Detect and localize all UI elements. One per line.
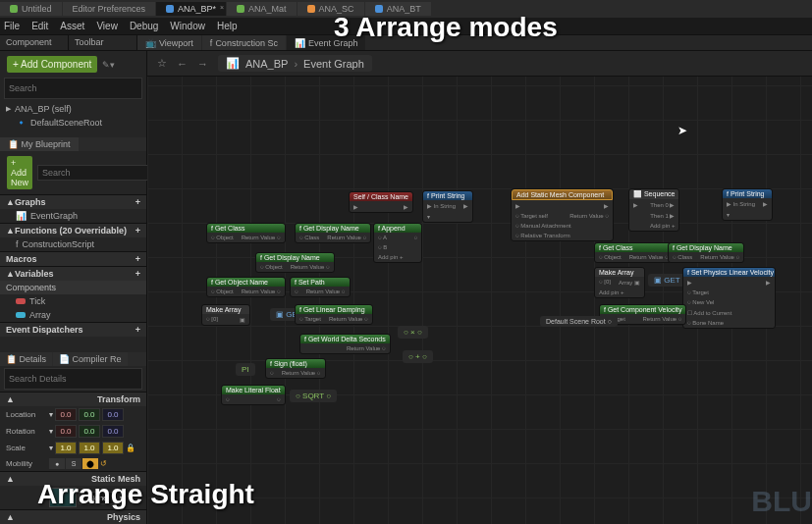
variable-tick[interactable]: Tick (0, 294, 146, 308)
components-tab[interactable]: Component (0, 35, 69, 50)
node-add[interactable]: ○ + ○ (403, 350, 433, 363)
reset-icon[interactable]: ↺ (100, 459, 107, 468)
node-append[interactable]: f Append○ A○○ BAdd pin + (373, 223, 422, 263)
node-mul[interactable]: ○ × ○ (398, 326, 428, 339)
node-get-linear-damping[interactable]: f Get Linear Damping○ TargetReturn Value… (295, 304, 373, 325)
section-functions[interactable]: ▲Functions (20 Overridable)+ (0, 223, 146, 237)
menu-file[interactable]: File (4, 21, 20, 31)
node-get-class-2[interactable]: f Get Class○ ObjectReturn Value ○ (594, 242, 674, 263)
tab-ana-bp[interactable]: ANA_BP*× (156, 2, 226, 16)
node-sign-float[interactable]: f Sign (float)○Return Value ○ (265, 358, 326, 379)
node-get-display-name-3[interactable]: f Get Display Name○ ClassReturn Value ○ (668, 242, 744, 263)
menu-window[interactable]: Window (170, 21, 205, 31)
add-dispatcher-icon[interactable]: + (135, 325, 140, 335)
menu-edit[interactable]: Edit (31, 21, 48, 31)
cursor-icon: ➤ (677, 124, 687, 137)
overlay-title: 3 Arrange modes (334, 12, 558, 43)
node-get-class[interactable]: f Get Class○ ObjectReturn Value ○ (206, 223, 286, 243)
my-blueprint-tab[interactable]: 📋 My Blueprint (0, 137, 79, 151)
section-variables[interactable]: ▲Variables+ (0, 266, 146, 281)
node-make-array-2[interactable]: Make Array○ [0]Array ▣Add pin + (594, 267, 645, 298)
node-pi[interactable]: PI (236, 363, 255, 376)
function-construction[interactable]: f ConstructionScript (0, 237, 146, 251)
level-icon (10, 5, 18, 13)
nav-back-icon[interactable]: ← (177, 58, 188, 70)
tab-ana-mat[interactable]: ANA_Mat (227, 2, 297, 16)
menu-help[interactable]: Help (217, 21, 238, 31)
blueprint-icon (166, 5, 174, 13)
tab-untitled[interactable]: Untitled (0, 2, 62, 16)
add-graph-icon[interactable]: + (135, 197, 140, 207)
mobility-row: Mobility ● S ⬤ ↺ (0, 456, 146, 471)
details-tab[interactable]: 📋 Details (0, 352, 52, 366)
node-make-array-1[interactable]: Make Array○ [0]▣ (201, 304, 250, 326)
rotation-row: Rotation▾0.00.00.0 (0, 423, 146, 440)
variable-array[interactable]: Array (0, 308, 146, 322)
hierarchy-root[interactable]: ▶ANA_BP (self) (0, 102, 146, 116)
nav-forward-icon[interactable]: → (197, 58, 208, 70)
watermark: BLU (751, 485, 812, 518)
section-graphs[interactable]: ▲Graphs+ (0, 194, 146, 209)
section-macros[interactable]: Macros+ (0, 251, 146, 266)
menu-debug[interactable]: Debug (130, 21, 158, 31)
favorite-icon[interactable]: ☆ (157, 57, 167, 70)
edit-icon[interactable]: ✎▾ (102, 60, 115, 70)
menu-asset[interactable]: Asset (60, 21, 84, 31)
soundcue-icon (307, 5, 315, 13)
toolbar-tab[interactable]: Toolbar (69, 35, 137, 50)
mobility-static[interactable]: ● (49, 458, 65, 469)
node-self-class[interactable]: Self / Class Name▶▶ (349, 191, 413, 213)
tab-editor-prefs[interactable]: Editor Preferences (63, 2, 156, 16)
graph-eventgraph[interactable]: 📊 EventGraph (0, 209, 146, 223)
node-get-object-name[interactable]: f Get Object Name○ ObjectReturn Value ○ (206, 277, 286, 297)
myblueprint-search[interactable] (37, 165, 157, 181)
transform-header[interactable]: ▲Transform (0, 392, 146, 406)
node-get-display-name-1[interactable]: f Get Display Name○ ClassReturn Value ○ (295, 223, 371, 243)
compiler-results-tab[interactable]: 📄 Compiler Re (53, 352, 128, 366)
node-sqrt[interactable]: ○ SQRT ○ (290, 390, 337, 402)
scale-row: Scale▾1.01.01.0🔒 (0, 440, 146, 456)
node-default-scene-root[interactable]: Default Scene Root ○ (540, 316, 618, 327)
construction-tab[interactable]: f Construction Sc (202, 35, 286, 50)
add-component-button[interactable]: + Add Component (7, 56, 97, 73)
add-new-button[interactable]: + Add New (7, 156, 32, 189)
node-set-physics-linear[interactable]: f Set Physics Linear Velocity▶▶○ Target○… (682, 267, 776, 329)
mobility-movable[interactable]: ⬤ (82, 458, 98, 469)
node-print-string-2[interactable]: f Print String▶ In String▶▾ (722, 188, 773, 221)
add-function-icon[interactable]: + (135, 226, 140, 236)
node-sequence[interactable]: ⬜ Sequence▶Then 0 ▶Then 1 ▶Add pin + (628, 188, 679, 232)
mobility-stationary[interactable]: S (66, 458, 81, 469)
node-get-display-name-2[interactable]: f Get Display Name○ ObjectReturn Value ○ (255, 252, 335, 273)
add-macro-icon[interactable]: + (135, 254, 140, 264)
graph-toolbar: ☆ ← → 📊 ANA_BP › Event Graph (147, 51, 812, 77)
overlay-subtitle: Arrange Straight (37, 479, 254, 510)
node-add-static-mesh[interactable]: Add Static Mesh Component▶▶○ Target self… (511, 188, 614, 241)
node-get-world-delta[interactable]: f Get World Delta SecondsReturn Value ○ (299, 334, 391, 354)
component-search[interactable] (4, 78, 142, 99)
material-icon (237, 5, 244, 13)
details-search[interactable] (4, 368, 142, 390)
node-set-path[interactable]: f Set Path○Return Value ○ (290, 277, 351, 297)
left-panel: + Add Component ✎▾ ▶ANA_BP (self) 🔹 Defa… (0, 51, 147, 524)
hierarchy-defaultsceneroot[interactable]: 🔹 DefaultSceneRoot (0, 116, 146, 130)
section-dispatchers[interactable]: Event Dispatchers+ (0, 322, 146, 337)
variables-components[interactable]: Components (0, 281, 146, 294)
add-variable-icon[interactable]: + (135, 269, 140, 279)
location-row: Location▾0.00.00.0 (0, 406, 146, 423)
breadcrumb[interactable]: 📊 ANA_BP › Event Graph (218, 55, 372, 72)
blueprint-crumb-icon: 📊 (226, 57, 240, 70)
viewport-tab[interactable]: 📺 Viewport (137, 35, 201, 50)
menu-view[interactable]: View (96, 21, 118, 31)
physics-header[interactable]: ▲Physics (0, 509, 146, 524)
node-print-string-1[interactable]: f Print String▶ In String▶▾ (422, 190, 473, 223)
node-make-literal-float[interactable]: Make Literal Float○○ (221, 385, 286, 405)
graph-canvas[interactable]: ☆ ← → 📊 ANA_BP › Event Graph Self / Clas… (147, 51, 812, 524)
